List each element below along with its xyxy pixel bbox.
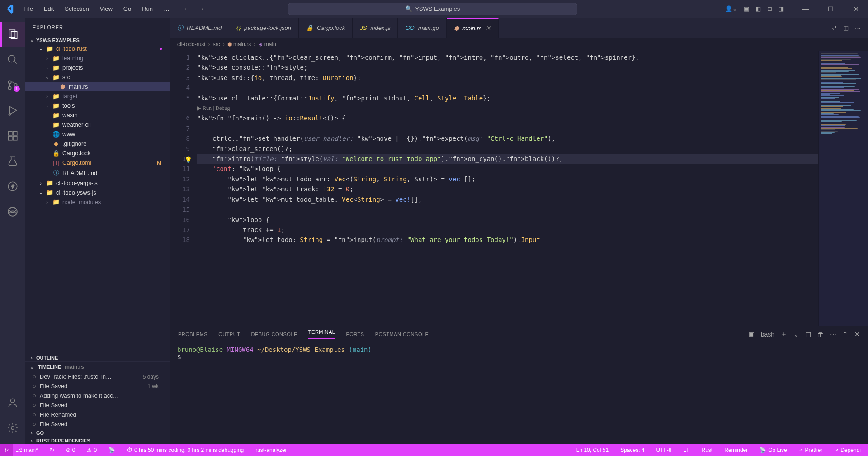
testing-activity[interactable] (0, 148, 25, 174)
terminal-shell-icon[interactable]: ▣ (749, 331, 755, 338)
timeline-section[interactable]: ⌄ TIMELINE main.rs (25, 362, 170, 372)
code-line[interactable]: "kw">use cliclack::{"fn">clear_screen, "… (197, 52, 818, 62)
timeline-item[interactable]: ○Adding wasm to make it acc… (25, 391, 170, 400)
outline-section[interactable]: › OUTLINE (25, 354, 170, 361)
tab-package-lock.json[interactable]: {}package-lock.json (229, 18, 299, 38)
file-tree[interactable]: ⌄📁cli-todo-rust●›📁learning›📁projects⌄📁sr… (25, 44, 170, 354)
tab-main.go[interactable]: GOmain.go (398, 18, 446, 38)
tree-item-Cargo.lock[interactable]: 🔒Cargo.lock (25, 148, 170, 158)
tree-item-README.md[interactable]: ⓘREADME.md (25, 167, 170, 178)
panel-bottom-icon[interactable]: ⊟ (767, 5, 772, 12)
maximize-button[interactable]: ☐ (823, 2, 839, 16)
code-line[interactable] (197, 124, 818, 133)
tree-item-tools[interactable]: ›📁tools (25, 101, 170, 110)
status-lf[interactable]: LF (681, 447, 693, 453)
breadcrumb-item[interactable]: cli-todo-rust (177, 41, 206, 48)
panel-tab-ports[interactable]: PORTS (346, 332, 364, 337)
scm-activity[interactable]: 1 (0, 72, 25, 98)
maximize-panel-icon[interactable]: ⌃ (843, 331, 848, 338)
menu-…[interactable]: … (159, 4, 174, 14)
rust-deps-section[interactable]: › RUST DEPENDENCIES (25, 437, 170, 444)
tree-item-www[interactable]: 🌐www (25, 129, 170, 139)
panel-tab-problems[interactable]: PROBLEMS (178, 332, 208, 337)
more-terminal-icon[interactable]: ⋯ (830, 331, 836, 338)
close-panel-icon[interactable]: ✕ (854, 331, 860, 338)
tree-item-cli-todo-yargs-js[interactable]: ›📁cli-todo-yargs-js (25, 178, 170, 188)
panel-left-icon[interactable]: ◧ (755, 5, 761, 12)
lightbulb-icon[interactable]: 💡 (184, 155, 192, 165)
account-activity[interactable] (0, 390, 25, 415)
tree-item-target[interactable]: ›📁target (25, 91, 170, 101)
tab-Cargo.lock[interactable]: 🔒Cargo.lock (299, 18, 353, 38)
copilot-icon[interactable]: 👤⌄ (725, 5, 737, 12)
more-tabs-icon[interactable]: ⋯ (855, 24, 861, 31)
code-line[interactable]: "kw">use console::"fn">style; (197, 62, 818, 72)
minimize-button[interactable]: — (797, 2, 814, 16)
tree-item-wasm[interactable]: 📁wasm (25, 110, 170, 120)
tree-item-projects[interactable]: ›📁projects (25, 63, 170, 72)
status-dependi[interactable]: ↗Dependi (831, 447, 863, 453)
compare-icon[interactable]: ⇄ (832, 24, 837, 31)
layout-icon[interactable]: ▣ (744, 5, 749, 12)
code-line[interactable]: 'cont: "kw">loop { (197, 164, 818, 174)
code-line[interactable] (197, 204, 818, 214)
status-reminder[interactable]: Reminder (722, 447, 750, 453)
tab-index.js[interactable]: JSindex.js (353, 18, 398, 38)
status--[interactable]: ↻ (47, 447, 57, 453)
kill-terminal-icon[interactable]: 🗑 (817, 331, 824, 338)
status-rust-analyzer[interactable]: rust-analyzer (253, 447, 289, 453)
status-0[interactable]: ⚠0 (84, 447, 99, 453)
code-line[interactable]: 💡 "fn">intro(title: "fn">style(val: "Wel… (197, 154, 818, 164)
status-utf-8[interactable]: UTF-8 (654, 447, 675, 453)
timeline-item[interactable]: ○File Renamed (25, 410, 170, 419)
go-section[interactable]: › GO (25, 429, 170, 437)
code-editor[interactable]: "kw">use cliclack::{"fn">clear_screen, "… (197, 51, 818, 326)
tree-item-Cargo.toml[interactable]: [T]Cargo.tomlM (25, 158, 170, 167)
code-line[interactable]: "kw">fn "fn">main() -> io::Result<()> { (197, 113, 818, 123)
code-line[interactable]: "kw">let todo: String = "fn">input(promp… (197, 235, 818, 245)
breadcrumb-item[interactable]: ⬢ main.rs (227, 41, 251, 48)
tree-item-cli-todo-ysws-js[interactable]: ⌄📁cli-todo-ysws-js (25, 188, 170, 197)
panel-tab-output[interactable]: OUTPUT (218, 332, 240, 337)
code-line[interactable]: "fn">clear_screen()?; (197, 144, 818, 154)
terminal[interactable]: bruno@Blaise MINGW64 ~/Desktop/YSWS Exam… (170, 342, 868, 444)
status-0-hrs-50-mins-coding[interactable]: ⏱0 hrs 50 mins coding, 0 hrs 2 mins debu… (124, 447, 246, 453)
menu-edit[interactable]: Edit (39, 4, 58, 14)
command-center[interactable]: 🔍 YSWS Examples (288, 3, 577, 15)
menu-view[interactable]: View (95, 4, 117, 14)
tree-item-.gitignore[interactable]: ◆.gitignore (25, 139, 170, 148)
sidebar-more-icon[interactable]: ⋯ (157, 24, 162, 30)
code-line[interactable]: track += 1; (197, 225, 818, 235)
menu-go[interactable]: Go (119, 4, 136, 14)
extensions-activity[interactable] (0, 123, 25, 148)
code-line[interactable]: ctrlc::"fn">set_handler(user_handler: "k… (197, 133, 818, 143)
tab-README.md[interactable]: ⓘREADME.md (170, 18, 229, 38)
status-ln-10-col-51[interactable]: Ln 10, Col 51 (574, 447, 611, 453)
panel-tab-postman-console[interactable]: POSTMAN CONSOLE (375, 332, 429, 337)
status-main-[interactable]: ⎇main* (13, 447, 41, 453)
graph-activity[interactable] (0, 199, 25, 224)
settings-activity[interactable] (0, 415, 25, 441)
panel-tab-debug-console[interactable]: DEBUG CONSOLE (251, 332, 297, 337)
menu-file[interactable]: File (19, 4, 38, 14)
timeline-item[interactable]: ○File Saved1 wk (25, 381, 170, 391)
thunder-activity[interactable] (0, 174, 25, 199)
panel-right-icon[interactable]: ◨ (778, 5, 784, 12)
tree-item-weather-cli[interactable]: 📁weather-cli (25, 120, 170, 129)
tree-item-node_modules[interactable]: ›📁node_modules (25, 197, 170, 207)
timeline-item[interactable]: ○File Saved (25, 400, 170, 410)
breadcrumb-item[interactable]: ⊕ main (258, 41, 276, 48)
code-line[interactable]: "kw">loop { (197, 215, 818, 225)
status-prettier[interactable]: ✓Prettier (796, 447, 826, 453)
terminal-dropdown-icon[interactable]: ⌄ (793, 331, 799, 338)
status-go-live[interactable]: 📡Go Live (757, 447, 789, 453)
search-activity[interactable] (0, 47, 25, 72)
code-line[interactable]: "kw">use std::{io, thread, time::Duratio… (197, 73, 818, 83)
new-terminal-icon[interactable]: ＋ (781, 330, 787, 338)
tab-main.rs[interactable]: ⬢main.rs✕ (447, 18, 499, 38)
codelens[interactable]: ▶ Run | Debug (197, 103, 818, 113)
split-terminal-icon[interactable]: ◫ (805, 331, 811, 338)
status-rust[interactable]: Rust (699, 447, 716, 453)
breadcrumb-item[interactable]: src (213, 41, 220, 48)
menu-selection[interactable]: Selection (60, 4, 93, 14)
